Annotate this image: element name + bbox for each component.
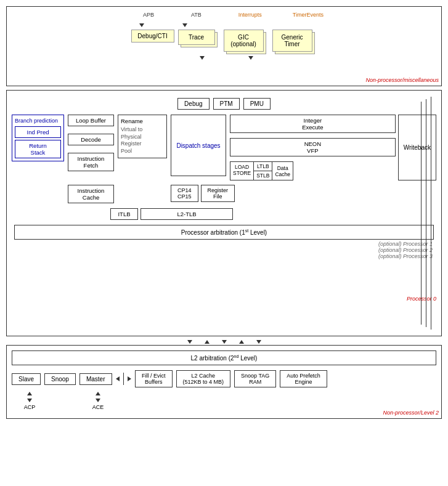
arrow-fill-right: [128, 376, 131, 381]
rename-area: Rename Virtual to Physical Register Pool: [118, 115, 167, 158]
arrow-acp-up: [27, 392, 32, 395]
arrow-fill-left: [116, 376, 120, 381]
ptm-box: PTM: [213, 98, 240, 110]
top-section: Non-processor/miscellaneous APB ATB Inte…: [6, 6, 442, 86]
neon-vfp-box: NEONVFP: [230, 138, 396, 156]
branch-prediction-label: Branch prediction: [15, 118, 61, 124]
debug-cti-box: Debug/CTI: [131, 30, 174, 43]
optional-processor2-label: (optional) Processor 2: [12, 247, 433, 253]
slave-box: Slave: [12, 373, 41, 385]
arrow-atb-down: [182, 23, 187, 27]
return-stack-box: ReturnStack: [15, 140, 61, 158]
debug-box: Debug: [177, 98, 209, 110]
optional-processor1-label: (optional) Processor 1: [12, 241, 433, 247]
decode-box: Decode: [68, 134, 114, 145]
cp14-cp15-box: CP14CP15: [171, 185, 198, 202]
generic-timer-box: GenericTimer: [272, 30, 312, 52]
trace-box: Trace: [178, 30, 215, 45]
l2-cache-box: L2 Cache(512KB to 4 MB): [176, 370, 231, 387]
optional-processor3-label: (optional) Processor 3: [12, 253, 433, 259]
instruction-fetch-box: InstructionFetch: [68, 153, 114, 171]
apb-label: APB: [143, 12, 154, 18]
section-label-bottom: Non-processor/Level 2: [383, 410, 439, 416]
load-store-box: LOADSTORE: [230, 161, 254, 180]
gic-box: GIC(optional): [224, 30, 264, 52]
ltlb-box: LTLB: [254, 161, 272, 171]
acp-label: ACP: [24, 404, 36, 410]
atb-label: ATB: [191, 12, 202, 18]
pmu-box: PMU: [243, 98, 271, 110]
arrow-apb-down: [139, 23, 144, 27]
arrow-debug-down: [200, 56, 205, 60]
middle-section: Debug PTM PMU Branch prediction Ind Pred…: [6, 90, 442, 336]
loop-buffer-box: Loop Buffer: [68, 115, 114, 126]
bottom-section: Non-processor/Level 2 L2 arbitration (2n…: [6, 345, 442, 419]
auto-prefetch-box: Auto PrefetchEngine: [280, 370, 327, 387]
itlb-box: ITLB: [110, 208, 138, 220]
timerevents-label: TimerEvents: [293, 12, 324, 18]
ind-pred-box: Ind Pred: [15, 126, 61, 138]
ace-label: ACE: [92, 404, 104, 410]
snoop-box: Snoop: [44, 373, 76, 385]
main-diagram: Non-processor/miscellaneous APB ATB Inte…: [0, 0, 448, 429]
arrow-ace-down: [96, 399, 100, 402]
master-box: Master: [79, 373, 112, 385]
arrow-acp-down: [27, 399, 32, 402]
dispatch-box: Dispatch stages: [171, 115, 226, 176]
arrow-trace-down: [248, 56, 253, 60]
data-cache-box: DataCache: [272, 161, 293, 180]
l2tlb-box: L2-TLB: [141, 208, 233, 220]
debug-row: Debug PTM PMU: [12, 98, 436, 110]
fill-evict-box: Fill / EvictBuffers: [135, 370, 173, 387]
l2-arbitration-box: L2 arbitration (2nd Level): [12, 350, 436, 365]
instruction-cache-box: InstructionCache: [68, 185, 114, 203]
section-label-top: Non-processor/miscellaneous: [365, 77, 439, 83]
integer-execute-box: IntegerExecute: [230, 115, 396, 133]
stlb-box: STLB: [254, 171, 272, 180]
processor-arbitration-box: Processor arbitration (1st Level): [14, 225, 434, 240]
inter-section-arrows: [6, 340, 442, 344]
interrupts-label: Interrupts: [238, 12, 262, 18]
snoop-tag-ram-box: Snoop TAGRAM: [234, 370, 276, 387]
arrow-ace-up: [96, 392, 100, 395]
